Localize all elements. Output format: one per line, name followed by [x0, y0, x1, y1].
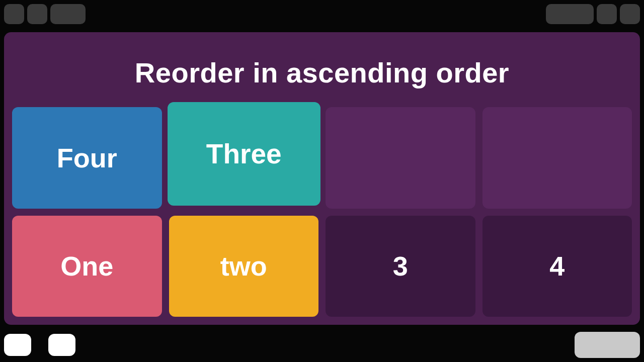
draggable-tile[interactable]: Four: [12, 107, 162, 209]
draggable-tile[interactable]: One: [12, 216, 162, 317]
toolbar-button-6[interactable]: [620, 4, 640, 24]
toolbar-button-3[interactable]: [50, 4, 86, 24]
drop-slot: [326, 107, 475, 209]
tile-grid: FourThreeOnetwo34: [10, 107, 634, 319]
toolbar-button-4[interactable]: [546, 4, 594, 24]
top-toolbar: [4, 4, 640, 28]
bottom-button-1[interactable]: [4, 334, 31, 356]
draggable-tile[interactable]: Three: [168, 102, 320, 206]
drop-slot: 4: [482, 216, 632, 317]
question-card: Reorder in ascending order FourThreeOnet…: [4, 32, 640, 325]
tile-label: two: [220, 250, 267, 282]
drop-slot: [482, 107, 632, 209]
drop-slot: 3: [326, 216, 475, 317]
tile-label: Four: [57, 142, 117, 173]
tile-label: One: [60, 250, 113, 282]
draggable-tile[interactable]: two: [169, 216, 319, 317]
bottom-button-2[interactable]: [48, 334, 75, 356]
tile-label: 3: [393, 250, 408, 282]
tile-label: 4: [549, 250, 565, 282]
submit-button[interactable]: [575, 332, 640, 358]
toolbar-button-1[interactable]: [4, 4, 24, 24]
toolbar-button-5[interactable]: [597, 4, 617, 24]
tile-label: Three: [206, 138, 281, 169]
toolbar-button-2[interactable]: [27, 4, 47, 24]
bottom-toolbar: [4, 332, 640, 358]
question-title: Reorder in ascending order: [10, 56, 634, 89]
